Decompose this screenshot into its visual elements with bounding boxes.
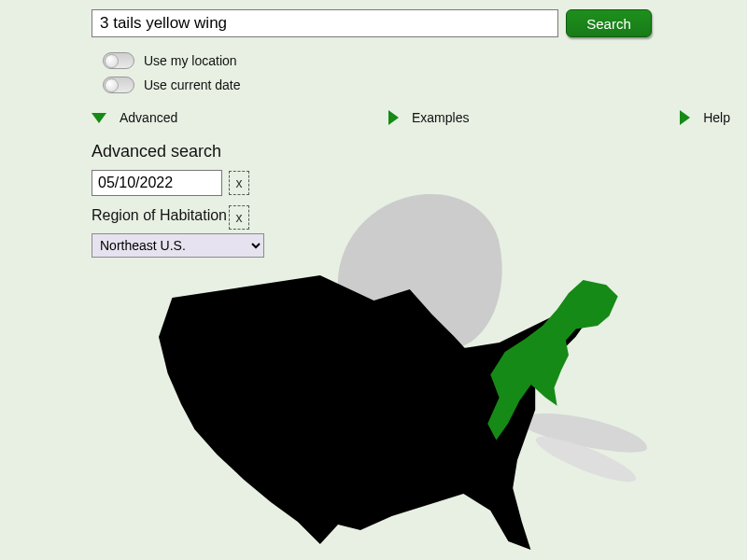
chevron-down-icon <box>92 113 106 123</box>
advanced-link-label: Advanced <box>120 110 177 125</box>
clear-region-button[interactable]: x <box>229 205 249 230</box>
date-input[interactable] <box>92 170 222 196</box>
advanced-toggle-link[interactable]: Advanced <box>92 110 177 125</box>
region-label: Region of Habitation <box>92 207 227 224</box>
examples-link[interactable]: Examples <box>388 110 469 125</box>
use-date-label: Use current date <box>144 77 241 92</box>
use-location-toggle[interactable] <box>103 52 134 69</box>
chevron-right-icon <box>388 110 399 125</box>
search-button[interactable]: Search <box>566 9 652 37</box>
search-input[interactable] <box>92 9 558 37</box>
examples-link-label: Examples <box>412 110 469 125</box>
advanced-search-title: Advanced search <box>92 142 221 161</box>
use-date-toggle[interactable] <box>103 77 134 93</box>
help-link[interactable]: Help <box>680 110 730 125</box>
clear-date-button[interactable]: x <box>229 171 249 195</box>
use-location-label: Use my location <box>144 53 237 68</box>
region-select[interactable]: Northeast U.S. <box>92 233 264 258</box>
toggle-knob <box>105 54 119 68</box>
toggle-knob <box>105 78 119 92</box>
help-link-label: Help <box>703 110 730 125</box>
chevron-right-icon <box>680 110 690 125</box>
